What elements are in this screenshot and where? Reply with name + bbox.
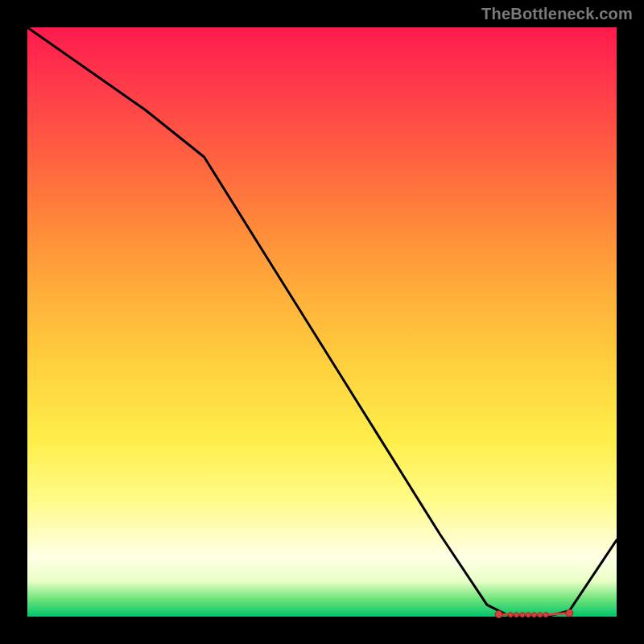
data-marker bbox=[514, 613, 519, 617]
data-markers bbox=[495, 609, 573, 618]
series-line bbox=[27, 27, 617, 617]
data-marker bbox=[495, 611, 502, 618]
data-line bbox=[27, 27, 617, 617]
data-marker bbox=[526, 613, 530, 617]
figure-container: TheBottleneck.com bbox=[0, 0, 644, 644]
data-marker bbox=[543, 613, 548, 617]
chart-svg bbox=[27, 27, 617, 617]
attribution-text: TheBottleneck.com bbox=[481, 5, 633, 23]
data-marker bbox=[508, 613, 513, 617]
data-marker bbox=[532, 613, 537, 617]
data-marker bbox=[566, 609, 573, 617]
data-marker bbox=[520, 613, 525, 617]
data-marker bbox=[538, 613, 543, 617]
